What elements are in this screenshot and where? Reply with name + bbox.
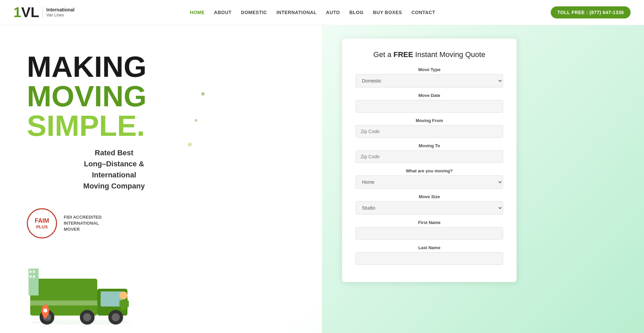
move-size-group: Move Size Studio 1 Bedroom 2 Bedrooms 3 … (356, 194, 503, 215)
truck-svg (27, 248, 134, 326)
svg-rect-15 (33, 275, 35, 278)
moving-to-label: Moving To (356, 143, 503, 148)
first-name-label: First Name (356, 220, 503, 225)
logo-text: International Van Lines (43, 7, 74, 18)
deco-dot-1 (201, 92, 205, 96)
what-moving-select[interactable]: Home Office Vehicle Storage (356, 175, 503, 189)
moving-from-input[interactable] (356, 125, 503, 138)
nav-item-contact[interactable]: CONTACT (412, 9, 435, 15)
faim-badge: FAIM PLUS (27, 208, 57, 238)
move-size-select[interactable]: Studio 1 Bedroom 2 Bedrooms 3 Bedrooms 4… (356, 201, 503, 215)
svg-point-9 (112, 313, 120, 321)
deco-dot-2 (195, 119, 197, 122)
svg-rect-14 (30, 275, 32, 278)
hero-image-area: FAIM PLUS FIDI ACCREDITED INTERNATIONAL … (27, 208, 201, 238)
logo-mark: 1VL (13, 5, 39, 19)
moving-to-group: Moving To (356, 143, 503, 163)
first-name-input[interactable] (356, 227, 503, 240)
move-type-group: Move Type Domestic International Local (356, 67, 503, 88)
last-name-label: Last Name (356, 245, 503, 250)
svg-point-7 (83, 313, 91, 321)
svg-point-20 (42, 319, 49, 322)
nav-item-home[interactable]: HOME (190, 9, 205, 15)
logo[interactable]: 1VL International Van Lines (13, 5, 74, 19)
deco-dot-3 (188, 143, 192, 147)
move-type-select[interactable]: Domestic International Local (356, 74, 503, 88)
moving-to-input[interactable] (356, 150, 503, 163)
last-name-input[interactable] (356, 252, 503, 265)
move-date-input[interactable] (356, 100, 503, 113)
svg-rect-18 (119, 300, 122, 307)
svg-rect-13 (33, 270, 35, 273)
nav-item-about[interactable]: ABOUT (214, 9, 231, 15)
navbar: 1VL International Van Lines HOME ABOUT D… (0, 0, 644, 25)
hero-subtitle: Rated Best Long–Distance & International… (27, 147, 201, 191)
move-size-label: Move Size (356, 194, 503, 199)
first-name-group: First Name (356, 220, 503, 240)
move-type-label: Move Type (356, 67, 503, 72)
nav-item-blog[interactable]: BLOG (349, 9, 363, 15)
moving-from-label: Moving From (356, 118, 503, 123)
hero-form-wrap: Get a FREE Instant Moving Quote Move Typ… (221, 25, 644, 333)
last-name-group: Last Name (356, 245, 503, 265)
nav-item-auto[interactable]: AUTO (326, 9, 340, 15)
svg-point-16 (119, 291, 127, 299)
hero-headline-making: MAKING (27, 52, 201, 81)
truck-illustration (27, 248, 134, 326)
toll-free-button[interactable]: TOLL FREE : (877) 647-1336 (551, 6, 631, 18)
nav-item-domestic[interactable]: DOMESTIC (241, 9, 267, 15)
nav-item-buy-boxes[interactable]: BUY BOXES (373, 9, 402, 15)
svg-rect-19 (126, 300, 129, 307)
moving-from-group: Moving From (356, 118, 503, 138)
svg-rect-10 (30, 300, 97, 306)
move-date-group: Move Date (356, 93, 503, 113)
hero-section: MAKING MOVING SIMPLE. Rated Best Long–Di… (0, 25, 644, 333)
nav-links: HOME ABOUT DOMESTIC INTERNATIONAL AUTO B… (190, 9, 435, 15)
form-title: Get a FREE Instant Moving Quote (356, 50, 503, 59)
nav-item-international[interactable]: INTERNATIONAL (276, 9, 317, 15)
hero-headline-moving: MOVING (27, 81, 201, 111)
svg-rect-3 (101, 291, 122, 307)
what-moving-group: What are you moving? Home Office Vehicle… (356, 168, 503, 189)
svg-point-21 (43, 309, 47, 313)
svg-rect-12 (30, 270, 32, 273)
quote-form: Get a FREE Instant Moving Quote Move Typ… (342, 39, 517, 282)
hero-headline-simple: SIMPLE. (27, 111, 201, 141)
move-date-label: Move Date (356, 93, 503, 98)
what-moving-label: What are you moving? (356, 168, 503, 173)
hero-left: MAKING MOVING SIMPLE. Rated Best Long–Di… (0, 25, 221, 333)
faim-accredited-text: FIDI ACCREDITED INTERNATIONAL MOVER (64, 214, 102, 233)
